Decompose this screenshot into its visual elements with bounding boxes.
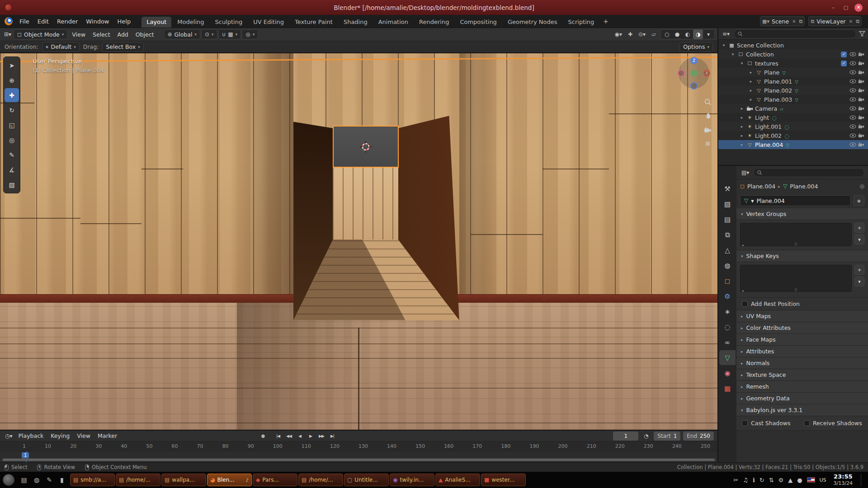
show-gizmo-icon[interactable]: ✚	[625, 29, 635, 39]
vertex-group-specials-icon[interactable]: ▾	[854, 235, 864, 244]
panel-section-header[interactable]: Normals	[736, 357, 868, 369]
outliner-row[interactable]: ▸ ☀ Light.001 ✓	[718, 122, 868, 131]
selected-plane-object[interactable]	[333, 126, 399, 168]
timeline-editor-type-icon[interactable]: ◷▾	[4, 431, 14, 441]
outliner-row[interactable]: ▸ ▽ Plane.003 ✓	[718, 95, 868, 104]
properties-tab[interactable]: ▤	[719, 212, 736, 227]
show-desktop-button[interactable]	[861, 474, 863, 486]
expand-arrow-icon[interactable]: ▸	[739, 106, 745, 111]
expand-arrow-icon[interactable]: ▸	[748, 97, 754, 102]
list-filter-arrow-icon[interactable]: ▸	[742, 289, 744, 293]
scene-name[interactable]: Scene	[772, 18, 789, 25]
workspace-tab[interactable]: Texture Paint	[290, 17, 338, 28]
playback-button[interactable]: ▶▶	[316, 432, 327, 441]
scrollbar-thumb[interactable]	[3, 459, 715, 461]
toolbar-tool-button[interactable]: ◎	[5, 133, 19, 147]
toolbar-tool-button[interactable]: ∡	[5, 163, 19, 177]
expand-arrow-icon[interactable]: ▸	[739, 133, 745, 138]
workspace-tab[interactable]: Layout	[142, 17, 171, 28]
outliner-item-label[interactable]: Scene Collection	[737, 42, 784, 49]
drag-setting-dropdown[interactable]: Select Box ▾	[102, 42, 143, 52]
shape-key-specials-icon[interactable]: ▾	[854, 277, 864, 286]
properties-tab[interactable]: ▽	[719, 350, 736, 365]
panel-section-header[interactable]: Texture Space	[736, 369, 868, 381]
end-frame-field[interactable]: End 250	[683, 432, 714, 441]
render-visibility-icon[interactable]	[858, 52, 864, 56]
taskbar-window-button[interactable]: ▤ wallpa...	[161, 474, 206, 486]
hide-eye-icon[interactable]	[849, 61, 856, 66]
list-filter-arrow-icon[interactable]: ▸	[742, 243, 744, 247]
taskbar-window-button[interactable]: ◉ twily.in...	[390, 474, 434, 486]
expand-arrow-icon[interactable]: ▸	[739, 142, 745, 147]
launcher-icon[interactable]: ✎	[43, 474, 55, 486]
render-visibility-icon[interactable]	[858, 88, 864, 93]
properties-tab[interactable]: ◉	[719, 366, 736, 380]
playback-button[interactable]: ◀	[294, 432, 305, 441]
tray-icon[interactable]: ♫	[743, 477, 748, 483]
expand-arrow-icon[interactable]: ▸	[748, 79, 754, 84]
outliner-item-label[interactable]: textures	[755, 60, 778, 67]
breadcrumb-data[interactable]: Plane.004	[790, 183, 818, 190]
outliner-item-label[interactable]: Plane.003	[764, 96, 792, 103]
timeline-menu-item[interactable]: Playback	[15, 431, 47, 441]
workspace-tab[interactable]: Modeling	[172, 17, 209, 28]
properties-tab[interactable]: ▧	[719, 197, 736, 211]
expand-arrow-icon[interactable]: ▸	[748, 70, 754, 75]
axis-x-negative[interactable]	[678, 70, 685, 77]
workspace-tab[interactable]: Rendering	[414, 17, 454, 28]
outliner-row[interactable]: ▾ ☐ Collection ✓	[718, 50, 868, 59]
taskbar-window-button[interactable]: ▤ /home/...	[298, 474, 343, 486]
outliner-editor-type-icon[interactable]: ≡▾	[721, 29, 731, 39]
pin-icon[interactable]: ◎	[860, 183, 864, 189]
orientation-setting-dropdown[interactable]: ⌖ Default ▾	[42, 42, 80, 52]
frame-ruler[interactable]: 1102030405060708090100110120130140150160…	[0, 441, 717, 451]
mode-dropdown[interactable]: ◻ Object Mode ▾	[14, 29, 67, 39]
viewport-menu-item[interactable]: Add	[114, 28, 132, 41]
axis-x-positive[interactable]: X	[703, 70, 710, 77]
properties-search-input[interactable]	[753, 168, 864, 177]
unlink-scene-icon[interactable]: ✕	[791, 19, 797, 24]
camera-view-icon[interactable]	[703, 125, 713, 135]
outliner-row[interactable]: ▸ ▽ Plane.004 ✓	[718, 140, 868, 149]
tray-icon[interactable]: ●	[797, 477, 802, 483]
add-rest-position-checkbox[interactable]	[742, 301, 748, 307]
properties-tab[interactable]: ∞	[719, 335, 736, 350]
outliner-row[interactable]: ▸ ▽ Plane.002 ✓	[718, 86, 868, 95]
render-visibility-icon[interactable]	[858, 106, 864, 111]
hide-eye-icon[interactable]	[849, 133, 856, 138]
timeline-menu-item[interactable]: Keying	[47, 431, 73, 441]
toolbar-tool-button[interactable]: ↻	[5, 103, 19, 117]
toolbar-tool-button[interactable]: ➤	[5, 58, 19, 72]
outliner-row[interactable]: ▸ ☀ Light.002 ✓	[718, 131, 868, 140]
playhead-frame-label[interactable]: 1	[22, 452, 29, 458]
toolbar-tool-button[interactable]: ◱	[5, 118, 19, 132]
taskbar-window-button[interactable]: ▢ Untitle...	[344, 474, 389, 486]
panel-section-header[interactable]: UV Maps	[736, 310, 868, 322]
new-viewlayer-icon[interactable]: ⧉	[856, 19, 859, 24]
auto-keying-icon[interactable]: ●	[259, 432, 267, 440]
options-dropdown[interactable]: Options ▾	[679, 42, 713, 52]
scene-selector[interactable]: ▦▾ Scene ✕ ⧉	[760, 16, 805, 26]
material-preview-icon[interactable]: ◐	[683, 29, 693, 39]
shape-keys-list[interactable]: ▸	[740, 265, 852, 292]
outliner-item-label[interactable]: Light	[755, 114, 769, 121]
outliner-row[interactable]: ▾ ☐ textures ✓	[718, 59, 868, 68]
editor-type-icon[interactable]: ⊞▾	[3, 29, 13, 39]
menu-item[interactable]: Window	[82, 15, 113, 28]
workspace-tab[interactable]: UV Editing	[248, 17, 289, 28]
outliner-item-label[interactable]: Camera	[755, 105, 777, 112]
menu-item[interactable]: Edit	[33, 15, 53, 28]
show-overlays-icon[interactable]: ⊙▾	[637, 29, 647, 39]
viewport-3d[interactable]: User Perspective (1) Collection | Plane.…	[0, 53, 717, 430]
properties-tab[interactable]: ∗	[719, 304, 736, 319]
properties-tab[interactable]: ⚙	[719, 289, 736, 304]
stopwatch-icon[interactable]: ◔	[641, 431, 651, 441]
navigation-gizmo[interactable]: Z X	[679, 58, 709, 89]
orthographic-toggle-icon[interactable]: ⊞	[703, 139, 713, 149]
add-workspace-button[interactable]: +	[599, 18, 612, 25]
outliner-item-label[interactable]: Light.001	[755, 123, 782, 130]
vertex-groups-header[interactable]: Vertex Groups	[736, 208, 868, 220]
outliner-item-label[interactable]: Light.002	[755, 132, 782, 139]
viewlayer-name[interactable]: ViewLayer	[816, 18, 846, 25]
new-scene-icon[interactable]: ⧉	[799, 19, 803, 24]
